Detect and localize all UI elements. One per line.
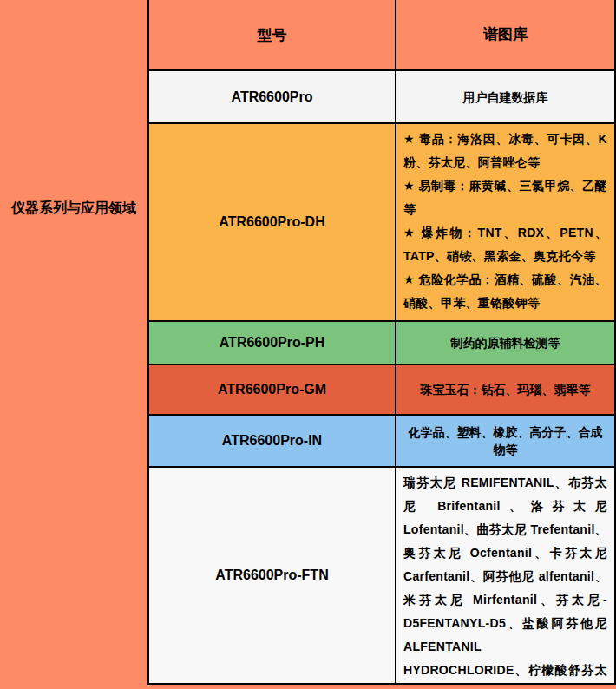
library-item-precursors: ★ 易制毒：麻黄碱、三氯甲烷、乙醚等 xyxy=(403,174,607,221)
library-cell-atr6600pro-gm: 珠宝玉石：钻石、玛瑙、翡翠等 xyxy=(396,365,614,414)
model-cell-atr6600pro-in: ATR6600Pro-IN xyxy=(149,416,396,466)
library-item-hazchem: ★ 危险化学品：酒精、硫酸、汽油、硝酸、甲苯、重铬酸钾等 xyxy=(403,268,607,315)
spectral-library-table: 型号 谱图库 ATR6600Pro 用户自建数据库 ATR6600Pro-DH … xyxy=(147,0,616,685)
library-cell-atr6600pro-in: 化学品、塑料、橡胶、高分子、合成物等 xyxy=(396,416,614,466)
column-header-model: 型号 xyxy=(149,0,396,69)
model-cell-atr6600pro-gm: ATR6600Pro-GM xyxy=(149,365,396,414)
table-row-atr6600pro-ftn: ATR6600Pro-FTN 瑞芬太尼 REMIFENTANIL、布芬太尼 Br… xyxy=(149,468,614,685)
model-cell-atr6600pro: ATR6600Pro xyxy=(149,71,396,122)
model-cell-atr6600pro-ftn: ATR6600Pro-FTN xyxy=(149,468,396,683)
table-row-atr6600pro-dh: ATR6600Pro-DH ★ 毒品：海洛因、冰毒、可卡因、K粉、芬太尼、阿普唑… xyxy=(149,124,614,322)
page: 仪器系列与应用领域 型号 谱图库 ATR6600Pro 用户自建数据库 ATR6… xyxy=(0,0,616,689)
sidebar-title: 仪器系列与应用领域 xyxy=(0,0,147,417)
library-cell-atr6600pro-ftn: 瑞芬太尼 REMIFENTANIL、布芬太尼 Brifentanil、洛芬太尼 … xyxy=(396,468,614,683)
library-cell-atr6600pro-dh: ★ 毒品：海洛因、冰毒、可卡因、K粉、芬太尼、阿普唑仑等 ★ 易制毒：麻黄碱、三… xyxy=(396,124,614,320)
library-cell-atr6600pro: 用户自建数据库 xyxy=(396,71,614,122)
model-cell-atr6600pro-ph: ATR6600Pro-PH xyxy=(149,322,396,364)
library-item-drugs: ★ 毒品：海洛因、冰毒、可卡因、K粉、芬太尼、阿普唑仑等 xyxy=(403,128,607,174)
table-row-atr6600pro-in: ATR6600Pro-IN 化学品、塑料、橡胶、高分子、合成物等 xyxy=(149,416,614,468)
table-row-atr6600pro-gm: ATR6600Pro-GM 珠宝玉石：钻石、玛瑙、翡翠等 xyxy=(149,365,614,416)
table-row-atr6600pro-ph: ATR6600Pro-PH 制药的原辅料检测等 xyxy=(149,322,614,365)
library-item-food-safety: ★ 食品安全：农药、食品非法添加剂等 xyxy=(403,315,607,320)
table-row-atr6600pro: ATR6600Pro 用户自建数据库 xyxy=(149,71,614,124)
column-header-library: 谱图库 xyxy=(396,0,614,69)
sidebar: 仪器系列与应用领域 xyxy=(0,0,147,689)
header-row: 型号 谱图库 xyxy=(149,0,614,71)
library-item-explosives: ★ 爆炸物：TNT、RDX、PETN、TATP、硝铵、黑索金、奥克托今等 xyxy=(403,221,607,268)
model-cell-atr6600pro-dh: ATR6600Pro-DH xyxy=(149,124,396,320)
library-cell-atr6600pro-ph: 制药的原辅料检测等 xyxy=(396,322,614,364)
